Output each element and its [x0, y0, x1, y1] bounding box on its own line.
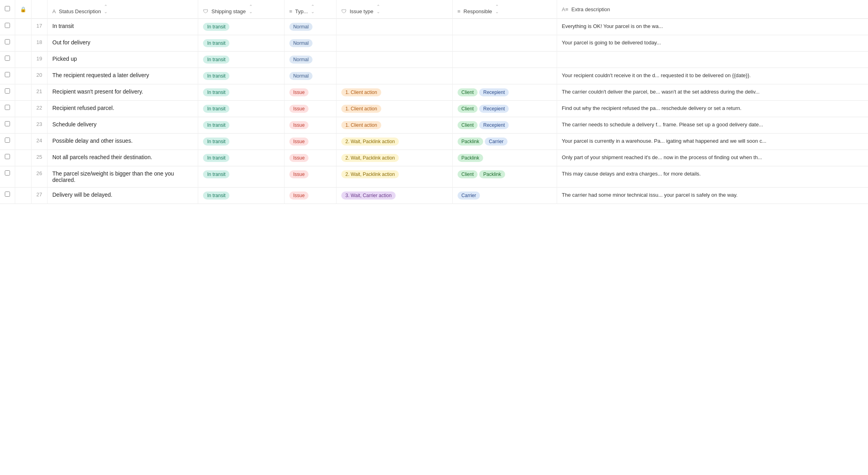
shipping-stage-cell: In transit — [198, 68, 284, 84]
table-row: 19Picked upIn transitNormal — [0, 52, 868, 68]
badge-in-transit: In transit — [203, 154, 229, 162]
badge-in-transit: In transit — [203, 192, 229, 200]
row-lock-cell — [15, 19, 32, 35]
status-description-cell: Possible delay and other issues. — [48, 134, 198, 150]
type-cell: Issue — [284, 117, 336, 134]
row-checkbox[interactable] — [5, 88, 10, 94]
row-checkbox[interactable] — [5, 72, 10, 77]
issue-type-cell: 1. Client action — [336, 84, 452, 101]
badge-issue: Issue — [289, 105, 309, 113]
shipping-stage-cell: In transit — [198, 188, 284, 204]
row-checkbox-cell — [0, 84, 15, 101]
issue-type-badges: 2. Wait, Packlink action — [341, 170, 447, 178]
status-description-header[interactable]: A Status Description ⌃⌄ — [48, 0, 198, 19]
issue-type-cell: 2. Wait, Packlink action — [336, 166, 452, 188]
badge-recepient: Recepient — [479, 121, 509, 129]
badge-in-transit: In transit — [203, 88, 229, 96]
extra-description-cell: Your recipient couldn't receive it on th… — [557, 68, 868, 84]
issue-type-badges: 2. Wait, Packlink action — [341, 138, 447, 146]
table-row: 17In transitIn transitNormalEverything i… — [0, 19, 868, 35]
badge-in-transit: In transit — [203, 39, 229, 47]
issue-shield-icon: 🛡 — [341, 8, 346, 14]
shipping-stage-header[interactable]: 🛡 Shipping stage ⌃⌄ — [198, 0, 284, 19]
badge-issue: Issue — [289, 192, 309, 200]
sort-icon-type: ⌃⌄ — [311, 4, 315, 14]
issue-type-label: Issue type — [350, 8, 373, 14]
badge-3--wait--carrier-action: 3. Wait, Carrier action — [341, 192, 396, 200]
row-checkbox-cell — [0, 150, 15, 166]
type-cell: Issue — [284, 134, 336, 150]
extra-description-text: Everything is OK! Your parcel is on the … — [562, 23, 663, 29]
row-checkbox[interactable] — [5, 154, 10, 159]
shipping-stage-label: Shipping stage — [211, 8, 246, 14]
badge-normal: Normal — [289, 23, 313, 31]
row-number: 20 — [32, 68, 48, 84]
badge-2--wait--packlink-action: 2. Wait, Packlink action — [341, 138, 399, 146]
row-checkbox-cell — [0, 101, 15, 117]
issue-type-badges: 2. Wait, Packlink action — [341, 154, 447, 162]
issue-type-header[interactable]: 🛡 Issue type ⌃⌄ — [336, 0, 452, 19]
table-row: 26The parcel size/weight is bigger than … — [0, 166, 868, 188]
row-number: 24 — [32, 134, 48, 150]
sort-icon: ⌃⌄ — [104, 4, 108, 14]
responsible-cell: Packlink — [452, 150, 557, 166]
badge-client: Client — [458, 105, 478, 113]
badge-client: Client — [458, 170, 478, 178]
row-checkbox[interactable] — [5, 39, 10, 44]
status-description-cell: Recipient wasn't present for delivery. — [48, 84, 198, 101]
table-row: 25Not all parcels reached their destinat… — [0, 150, 868, 166]
row-checkbox[interactable] — [5, 192, 10, 197]
type-cell: Normal — [284, 35, 336, 52]
responsible-cell — [452, 52, 557, 68]
row-checkbox[interactable] — [5, 105, 10, 110]
badge-recepient: Recepient — [479, 88, 509, 96]
badge-in-transit: In transit — [203, 72, 229, 80]
badge-1--client-action: 1. Client action — [341, 121, 381, 129]
row-checkbox[interactable] — [5, 121, 10, 126]
issue-type-cell — [336, 35, 452, 52]
row-lock-cell — [15, 166, 32, 188]
responsible-header[interactable]: ≡ Responsible ⌃⌄ — [452, 0, 557, 19]
table-row: 18Out for deliveryIn transitNormalYour p… — [0, 35, 868, 52]
responsible-label: Responsible — [464, 8, 492, 14]
extra-description-cell: The carrier had some minor technical iss… — [557, 188, 868, 204]
list-icon: ≡ — [289, 8, 293, 14]
extra-text-icon: A≡ — [562, 6, 568, 12]
row-checkbox[interactable] — [5, 170, 10, 176]
type-label: Typ... — [295, 8, 308, 14]
checkbox-header[interactable] — [0, 0, 15, 19]
type-cell: Issue — [284, 188, 336, 204]
row-number: 18 — [32, 35, 48, 52]
row-number: 21 — [32, 84, 48, 101]
type-cell: Issue — [284, 101, 336, 117]
badge-1--client-action: 1. Client action — [341, 105, 381, 113]
status-description-cell: Out for delivery — [48, 35, 198, 52]
row-checkbox-cell — [0, 117, 15, 134]
extra-description-text: This may cause delays and extra charges.… — [562, 171, 701, 177]
responsible-badges: ClientRecepient — [458, 121, 552, 129]
extra-description-header: A≡ Extra description — [557, 0, 868, 19]
issue-type-badges: 3. Wait, Carrier action — [341, 192, 447, 200]
badge-2--wait--packlink-action: 2. Wait, Packlink action — [341, 154, 399, 162]
row-lock-cell — [15, 35, 32, 52]
table-row: 20The recipient requested a later delive… — [0, 68, 868, 84]
row-checkbox[interactable] — [5, 23, 10, 28]
shipping-stage-cell: In transit — [198, 134, 284, 150]
row-number: 27 — [32, 188, 48, 204]
select-all-checkbox[interactable] — [5, 6, 10, 11]
badge-carrier: Carrier — [485, 138, 508, 146]
responsible-badges: ClientRecepient — [458, 88, 552, 96]
badge-issue: Issue — [289, 121, 309, 129]
responsible-cell — [452, 68, 557, 84]
row-checkbox-cell — [0, 134, 15, 150]
extra-description-text: The carrier needs to schedule a delivery… — [562, 122, 763, 128]
badge-normal: Normal — [289, 72, 313, 80]
row-checkbox[interactable] — [5, 138, 10, 143]
table-wrapper: 🔒 A Status Description ⌃⌄ 🛡 Shipping sta… — [0, 0, 868, 204]
extra-description-cell: Find out why the recipient refused the p… — [557, 101, 868, 117]
row-checkbox[interactable] — [5, 56, 10, 61]
type-cell: Normal — [284, 68, 336, 84]
type-cell: Normal — [284, 19, 336, 35]
type-header[interactable]: ≡ Typ... ⌃⌄ — [284, 0, 336, 19]
row-lock-cell — [15, 101, 32, 117]
